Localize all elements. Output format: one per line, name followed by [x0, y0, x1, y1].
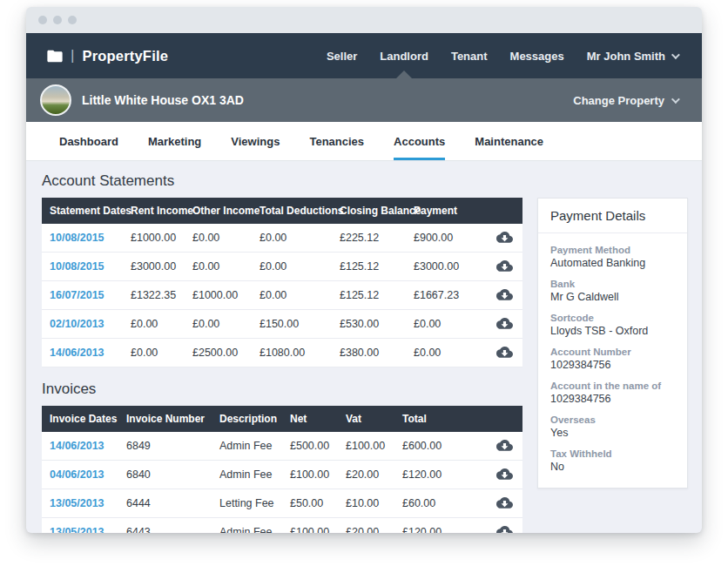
cloud-download-icon	[496, 498, 513, 511]
download-statement-button[interactable]	[496, 317, 513, 329]
payment-cell: £900.00	[406, 224, 487, 253]
field-value: Automated Banking	[550, 257, 675, 269]
payment-detail-field: Overseas Yes	[550, 414, 675, 439]
description-cell: Admin Fee	[212, 461, 282, 489]
field-value: Yes	[550, 427, 675, 439]
statement-row: 10/08/2015 £1000.00 £0.00 £0.00 £225.12 …	[42, 224, 522, 253]
window-control-dot[interactable]	[53, 16, 62, 24]
closing-balance-cell: £530.00	[332, 310, 406, 339]
cloud-download-icon	[496, 527, 513, 534]
window-control-dot[interactable]	[38, 16, 47, 24]
nav-item-landlord[interactable]: Landlord	[380, 50, 428, 63]
download-statement-button[interactable]	[496, 231, 513, 243]
description-cell: Admin Fee	[212, 518, 282, 534]
main-nav: Seller Landlord Tenant Messages Mr John …	[327, 50, 677, 63]
total-cell: £120.00	[394, 461, 487, 489]
net-cell: £100.00	[282, 518, 338, 534]
invoice-row: 13/05/2013 6443 Admin Fee £100.00 £20.00…	[42, 518, 522, 534]
main-column: Account Statements Statement Dates Rent …	[42, 161, 522, 533]
app-window: | PropertyFile Seller Landlord Tenant Me…	[26, 7, 702, 533]
column-header: Total	[394, 406, 487, 432]
statement-date-link[interactable]: 10/08/2015	[42, 253, 123, 281]
field-label: Overseas	[550, 414, 675, 425]
column-header: Total Deductions	[252, 198, 332, 224]
window-control-dot[interactable]	[68, 16, 77, 24]
download-invoice-button[interactable]	[496, 468, 513, 480]
tab-tenancies[interactable]: Tenancies	[309, 122, 364, 160]
tab-accounts[interactable]: Accounts	[394, 122, 445, 160]
invoice-date-link[interactable]: 04/06/2013	[42, 461, 118, 489]
net-cell: £50.00	[282, 489, 338, 518]
download-statement-button[interactable]	[496, 259, 513, 272]
statement-row: 14/06/2013 £0.00 £2500.00 £1080.00 £380.…	[42, 339, 522, 367]
closing-balance-cell: £125.12	[332, 253, 406, 281]
total-deductions-cell: £0.00	[252, 253, 332, 281]
download-statement-button[interactable]	[496, 346, 513, 358]
cloud-download-icon	[496, 232, 513, 246]
payment-detail-field: Account Number 1029384756	[550, 347, 675, 371]
statements-header-row: Statement Dates Rent Income Other Income…	[42, 198, 522, 224]
column-header: Statement Dates	[42, 198, 123, 224]
field-value: No	[550, 461, 675, 473]
statement-date-link[interactable]: 14/06/2013	[42, 339, 123, 367]
field-value: Lloyds TSB - Oxford	[550, 325, 675, 337]
cloud-download-icon	[496, 261, 513, 274]
vat-cell: £10.00	[338, 489, 394, 518]
rent-income-cell: £1000.00	[123, 224, 185, 253]
user-menu[interactable]: Mr John Smith	[587, 50, 677, 63]
column-header: Vat	[338, 406, 394, 432]
side-column: Payment Details Payment Method Automated…	[537, 198, 688, 533]
total-cell: £600.00	[394, 432, 487, 461]
tab-marketing[interactable]: Marketing	[148, 122, 201, 160]
total-deductions-cell: £0.00	[252, 224, 332, 253]
rent-income-cell: £1322.35	[123, 281, 185, 310]
nav-item-messages[interactable]: Messages	[510, 50, 564, 63]
total-cell: £120.00	[394, 518, 487, 534]
download-statement-button[interactable]	[496, 288, 513, 300]
tab-viewings[interactable]: Viewings	[231, 122, 280, 160]
payment-detail-field: Payment Method Automated Banking	[550, 245, 675, 269]
rent-income-cell: £3000.00	[123, 253, 185, 281]
field-label: Payment Method	[550, 245, 675, 255]
content-area: Account Statements Statement Dates Rent …	[26, 161, 702, 533]
payment-cell: £1667.23	[406, 281, 487, 310]
field-label: Sortcode	[550, 313, 675, 323]
invoice-date-link[interactable]: 13/05/2013	[42, 518, 118, 534]
brand-name: PropertyFile	[82, 48, 168, 64]
other-income-cell: £0.00	[185, 310, 252, 339]
download-invoice-button[interactable]	[496, 439, 513, 451]
column-header: Invoice Dates	[42, 406, 118, 432]
statement-row: 10/08/2015 £3000.00 £0.00 £0.00 £125.12 …	[42, 253, 522, 281]
cloud-download-icon	[496, 441, 513, 454]
vat-cell: £100.00	[338, 432, 394, 461]
nav-item-seller[interactable]: Seller	[327, 50, 357, 63]
cloud-download-icon	[496, 347, 513, 360]
payment-detail-field: Tax Withheld No	[550, 448, 675, 473]
statement-date-link[interactable]: 02/10/2013	[42, 310, 123, 339]
column-header: Closing Balance	[332, 198, 406, 224]
net-cell: £500.00	[282, 432, 338, 461]
description-cell: Admin Fee	[212, 432, 282, 461]
column-header: Other Income	[185, 198, 252, 224]
field-value: Mr G Caldwell	[550, 291, 675, 303]
download-invoice-button[interactable]	[496, 496, 513, 509]
nav-item-tenant[interactable]: Tenant	[451, 50, 488, 63]
invoice-date-link[interactable]: 14/06/2013	[42, 432, 118, 461]
column-header: Description	[212, 406, 282, 432]
payment-cell: £0.00	[406, 310, 487, 339]
invoice-date-link[interactable]: 13/05/2013	[42, 489, 118, 518]
tab-maintenance[interactable]: Maintenance	[475, 122, 543, 160]
active-indicator-caret	[394, 71, 414, 80]
brand-separator: |	[71, 47, 74, 64]
statement-date-link[interactable]: 16/07/2015	[42, 281, 123, 310]
column-header-spacer	[487, 406, 522, 432]
field-value: 1029384756	[550, 359, 675, 371]
statements-title: Account Statements	[42, 172, 522, 190]
download-invoice-button[interactable]	[496, 525, 513, 534]
property-bar: Little White House OX1 3AD Change Proper…	[26, 78, 702, 122]
tab-dashboard[interactable]: Dashboard	[59, 122, 118, 160]
payment-detail-field: Account in the name of 1029384756	[550, 381, 675, 405]
property-name: Little White House OX1 3AD	[82, 93, 244, 107]
statement-date-link[interactable]: 10/08/2015	[42, 224, 123, 253]
change-property-button[interactable]: Change Property	[573, 94, 677, 107]
